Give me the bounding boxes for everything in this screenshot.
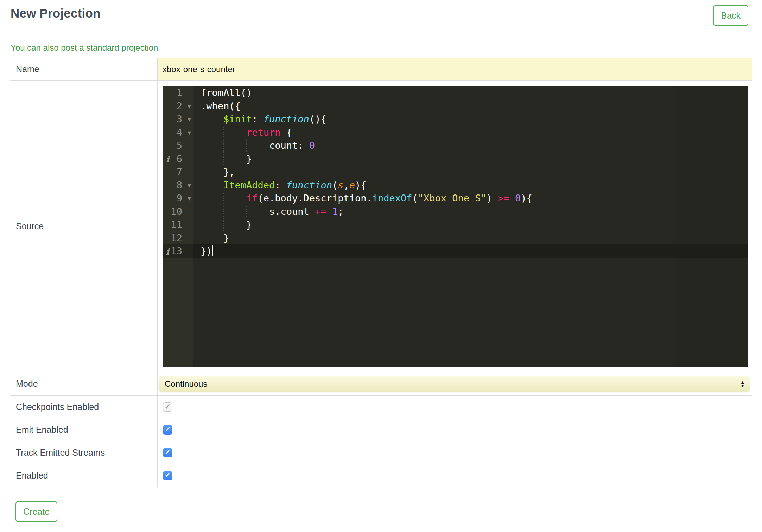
line-number: 9 <box>177 192 182 205</box>
enabled-row: Enabled ✓ <box>10 464 752 487</box>
enabled-checkbox[interactable]: ✓ <box>163 471 172 480</box>
projection-form: Name Source 1fromAll()2▾.when({3▾ $init:… <box>10 58 752 487</box>
track-emitted-streams-checkbox[interactable]: ✓ <box>163 448 172 457</box>
gutter-cell: 2▾ <box>163 100 193 113</box>
code-text: if(e.body.Description.indexOf("Xbox One … <box>193 192 748 205</box>
code-line: 5 count: 0 <box>163 139 748 152</box>
line-number: 3 <box>177 113 182 126</box>
code-text: ItemAdded: function(s,e){ <box>193 179 748 192</box>
code-text: } <box>193 231 748 245</box>
line-number: 5 <box>177 139 182 152</box>
indent-guide <box>223 218 224 231</box>
code-text: }, <box>193 165 748 179</box>
track-emitted-streams-row: Track Emitted Streams ✓ <box>10 441 752 464</box>
code-text: } <box>193 218 748 231</box>
back-button[interactable]: Back <box>713 5 748 26</box>
code-line: 3▾ $init: function(){ <box>163 113 748 126</box>
gutter-cell: 1 <box>163 86 193 100</box>
name-row: Name <box>10 58 752 81</box>
line-number: 13 <box>171 244 182 258</box>
indent-guide <box>223 152 224 166</box>
page-header: New Projection Back <box>0 0 762 20</box>
code-lines: 1fromAll()2▾.when({3▾ $init: function(){… <box>163 86 748 258</box>
code-line: 10 s.count += 1; <box>163 205 748 218</box>
code-line: 1fromAll() <box>163 86 748 100</box>
fold-arrow-icon[interactable]: ▾ <box>188 100 191 113</box>
indent-guide <box>246 139 247 152</box>
code-line: 7 }, <box>163 165 748 179</box>
track-emitted-streams-label: Track Emitted Streams <box>10 441 158 464</box>
source-label: Source <box>10 81 158 372</box>
checkpoints-enabled-label: Checkpoints Enabled <box>10 396 158 418</box>
page-title: New Projection <box>11 6 751 20</box>
fold-arrow-icon[interactable]: ▾ <box>188 192 191 205</box>
check-icon: ✓ <box>165 448 171 456</box>
mode-row: Mode Continuous ▲ ▼ <box>10 372 752 396</box>
text-cursor <box>212 245 213 256</box>
line-number: 2 <box>177 100 182 113</box>
indent-guide <box>223 139 224 152</box>
code-text: .when({ <box>193 100 748 113</box>
code-line: 2▾.when({ <box>163 100 748 113</box>
source-row: Source 1fromAll()2▾.when({3▾ $init: func… <box>10 81 752 372</box>
gutter-cell: 3▾ <box>163 113 193 126</box>
code-text: }) <box>193 244 748 258</box>
line-number: 7 <box>177 165 182 179</box>
line-number: 10 <box>171 205 182 218</box>
name-label: Name <box>10 58 158 81</box>
standard-projection-link[interactable]: You can also post a standard projection <box>11 43 158 53</box>
code-text: $init: function(){ <box>193 113 748 126</box>
code-text: s.count += 1; <box>193 205 748 218</box>
gutter-cell: i6 <box>163 152 193 166</box>
gutter-cell: 4▾ <box>163 126 193 139</box>
select-arrows-icon: ▲ ▼ <box>740 380 745 388</box>
emit-enabled-label: Emit Enabled <box>10 418 158 441</box>
code-line: 8▾ ItemAdded: function(s,e){ <box>163 179 748 192</box>
code-line: 11 } <box>163 218 748 231</box>
indent-guide <box>246 205 247 218</box>
code-text: return { <box>193 126 748 139</box>
fold-arrow-icon[interactable]: ▾ <box>188 179 191 192</box>
gutter-cell: 7 <box>163 165 193 179</box>
indent-guide <box>223 126 224 139</box>
gutter-cell: 10 <box>163 205 193 218</box>
code-line: i13}) <box>163 244 748 258</box>
gutter-cell: 12 <box>163 231 193 245</box>
fold-arrow-icon[interactable]: ▾ <box>188 126 191 140</box>
code-text: } <box>193 152 748 166</box>
code-line: 4▾ return { <box>163 126 748 139</box>
fold-arrow-icon[interactable]: ▾ <box>188 113 191 126</box>
line-number: 11 <box>171 218 182 231</box>
check-icon: ✓ <box>165 402 171 411</box>
create-button[interactable]: Create <box>15 501 57 522</box>
gutter-cell: 5 <box>163 139 193 152</box>
info-annotation-icon: i <box>166 245 169 258</box>
check-icon: ✓ <box>165 471 171 479</box>
checkpoints-enabled-checkbox: ✓ <box>163 402 172 412</box>
checkpoints-enabled-row: Checkpoints Enabled ✓ <box>10 396 752 418</box>
line-number: 12 <box>171 231 182 245</box>
gutter-cell: 8▾ <box>163 179 193 192</box>
emit-enabled-row: Emit Enabled ✓ <box>10 418 752 441</box>
indent-guide <box>223 192 224 205</box>
code-line: 9▾ if(e.body.Description.indexOf("Xbox O… <box>163 192 748 205</box>
indent-guide <box>223 205 224 218</box>
mode-label: Mode <box>10 372 158 396</box>
line-number: 1 <box>177 86 182 100</box>
source-code-editor[interactable]: 1fromAll()2▾.when({3▾ $init: function(){… <box>163 86 748 367</box>
info-annotation-icon: i <box>166 153 169 166</box>
line-number: 4 <box>177 126 182 139</box>
gutter-cell: 9▾ <box>163 192 193 205</box>
mode-select[interactable]: Continuous ▲ ▼ <box>159 376 750 392</box>
line-number: 8 <box>177 179 182 192</box>
gutter-cell: i13 <box>163 244 193 258</box>
enabled-label: Enabled <box>10 464 158 487</box>
mode-select-value: Continuous <box>165 379 740 389</box>
name-input[interactable] <box>158 58 752 80</box>
code-line: i6 } <box>163 152 748 166</box>
emit-enabled-checkbox[interactable]: ✓ <box>163 425 172 435</box>
check-icon: ✓ <box>165 425 171 434</box>
line-number: 6 <box>177 152 182 166</box>
gutter-cell: 11 <box>163 218 193 231</box>
code-text: count: 0 <box>193 139 748 152</box>
